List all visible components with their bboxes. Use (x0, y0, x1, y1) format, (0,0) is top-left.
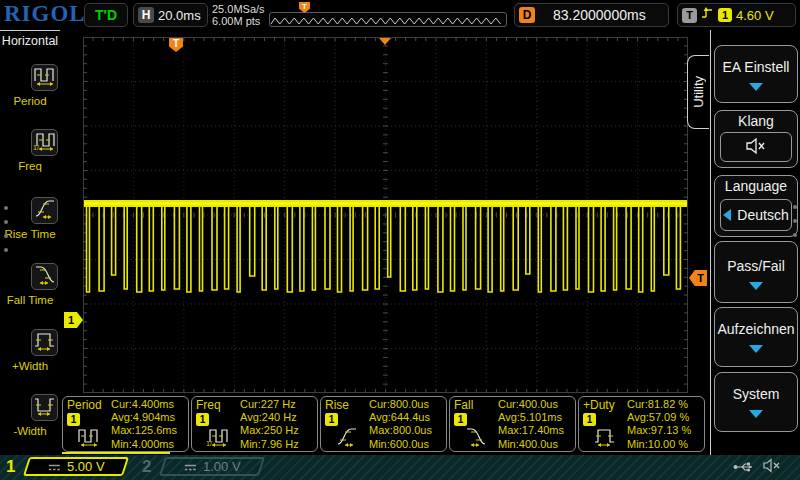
measurement-row-cur: Cur:4.400ms (111, 398, 177, 411)
measurement-stat-value: 400.0us (519, 398, 558, 410)
softkey-inner-button[interactable] (720, 132, 792, 162)
rigol-logo: RIGOL (4, 1, 86, 27)
measurement-stat-value: 227 Hz (261, 398, 296, 410)
measurement-scrollbar[interactable] (62, 452, 170, 454)
measurement-stat-label: Min: (498, 438, 519, 450)
scroll-dot (4, 248, 8, 252)
measurement-row-min: Min:10.00 % (627, 438, 691, 451)
memory-depth: 6.00M pts (212, 15, 265, 27)
measurement-stat-value: 5.101ms (520, 411, 562, 423)
svg-text:1/: 1/ (33, 144, 39, 151)
plus-width-icon (33, 329, 57, 357)
measurement-panel-duty[interactable]: +Duty1Cur:81.82 %Avg:57.09 %Max:97.13 %M… (578, 396, 705, 452)
measurement-stat-label: Min: (369, 438, 390, 450)
softkey-pass-fail[interactable]: Pass/Fail (714, 241, 798, 303)
left-menu-item-freq[interactable]: 1/ (31, 129, 58, 156)
acquisition-readout: 25.0MSa/s 6.00M pts (212, 3, 265, 27)
measurement-stat-label: Avg: (111, 411, 133, 423)
measurement-stat-label: Min: (240, 438, 261, 450)
measurement-stat-value: 4.904ms (133, 411, 175, 423)
channel1-ground-marker[interactable]: 1 (64, 312, 83, 328)
channel-scale-value: 1.00 V (203, 459, 241, 474)
measurement-name: Period (67, 398, 102, 412)
measurement-panel-freq[interactable]: Freq11/Cur:227 HzAvg:240 HzMax:250 HzMin… (191, 396, 318, 452)
utility-menu-tab[interactable]: Utility (687, 55, 709, 129)
freq-icon: 1/ (206, 435, 230, 452)
measurement-row-avg: Avg:240 Hz (240, 411, 299, 424)
softkey-klang[interactable]: Klang (714, 110, 798, 168)
measurement-name: Rise (325, 398, 349, 412)
left-menu-scroll-dots (4, 206, 8, 262)
measurement-stat-value: 644.4us (391, 411, 430, 423)
speaker-muted-icon (763, 458, 782, 477)
measurement-stat-value: 800.0us (390, 398, 429, 410)
measurement-stat-label: Min: (627, 438, 648, 450)
top-status-bar: RIGOL T'D H 20.0ms 25.0MSa/s 6.00M pts T… (0, 0, 800, 30)
rising-edge-icon (701, 6, 714, 24)
usb-icon (733, 459, 755, 477)
measurement-stat-value: 125.6ms (135, 424, 177, 436)
period-icon (33, 64, 57, 92)
measurement-stat-label: Min: (111, 438, 132, 450)
softkey-label: Aufzeichnen (715, 321, 797, 337)
measurement-name: Fall (454, 398, 473, 412)
measurement-stat-value: 17.40ms (522, 424, 564, 436)
left-menu-item-rise-time[interactable] (31, 197, 58, 224)
channel1-number[interactable]: 1 (6, 455, 15, 479)
page-dot (793, 205, 797, 209)
trigger-status-text: T'D (95, 7, 117, 23)
channel2-indicator[interactable]: 1.00 V (159, 457, 265, 476)
measurement-row-max: Max:800.0us (369, 424, 432, 437)
measurement-panel-rise[interactable]: Rise1Cur:800.0usAvg:644.4usMax:800.0usMi… (320, 396, 447, 452)
left-menu-item-label: Fall Time (0, 294, 60, 306)
softkey-aufzeichnen[interactable]: Aufzeichnen (714, 307, 798, 367)
measurement-row-min: Min:4.000ms (111, 438, 177, 451)
measurement-stat-label: Max: (369, 424, 393, 436)
waveform-preview-bar[interactable] (269, 12, 507, 27)
left-menu-item-width[interactable] (31, 394, 58, 421)
measurement-panel-fall[interactable]: Fall1Cur:400.0usAvg:5.101msMax:17.40msMi… (449, 396, 576, 452)
softkey-label: Language (715, 178, 797, 194)
measurement-stat-label: Avg: (627, 411, 649, 423)
softkey-label: System (715, 386, 797, 402)
measurement-stat-label: Avg: (369, 411, 391, 423)
measurement-row-cur: Cur:400.0us (498, 398, 564, 411)
softkey-system[interactable]: System (714, 372, 798, 432)
dc-coupling-icon (48, 458, 61, 476)
minus-width-icon (33, 394, 57, 422)
speaker-muted-icon (745, 137, 767, 158)
channel-status-bar: 15.00 V21.00 V (0, 455, 800, 480)
measurement-stat-label: Cur: (627, 398, 648, 410)
left-menu-item-period[interactable] (31, 64, 58, 91)
channel2-number[interactable]: 2 (142, 455, 151, 479)
softkey-ea-einstell[interactable]: EA Einstell (714, 45, 798, 103)
oscilloscope-screen: RIGOL T'D H 20.0ms 25.0MSa/s 6.00M pts T… (0, 0, 800, 480)
measurement-row-min: Min:600.0us (369, 438, 432, 451)
scroll-dot (4, 206, 8, 210)
measurement-panel-period[interactable]: Period1Cur:4.400msAvg:4.904msMax:125.6ms… (62, 396, 189, 452)
softkey-label: Klang (715, 113, 797, 129)
measurement-stat-value: 600.0us (390, 438, 429, 450)
softkey-inner-button[interactable]: Deutsch (720, 199, 792, 231)
channel1-indicator[interactable]: 5.00 V (23, 457, 129, 476)
softkey-value: Deutsch (737, 207, 788, 223)
timebase-value: 20.0ms (158, 8, 201, 23)
measurement-row-cur: Cur:800.0us (369, 398, 432, 411)
measurement-stat-value: 250 Hz (264, 424, 299, 436)
softkey-language[interactable]: LanguageDeutsch (714, 175, 798, 237)
measurement-stat-value: 400.0us (519, 438, 558, 450)
trigger-level-marker[interactable]: T (689, 270, 707, 286)
measurement-stat-value: 81.82 % (648, 398, 688, 410)
utility-tab-label: Utility (691, 76, 706, 108)
measurement-stat-value: 57.09 % (649, 411, 689, 423)
measurement-stat-label: Cur: (369, 398, 390, 410)
left-menu-item-width[interactable] (31, 329, 58, 356)
left-menu-item-fall-time[interactable] (31, 263, 58, 290)
softkey-label: EA Einstell (715, 59, 797, 75)
page-dot (793, 233, 797, 237)
measurement-name: +Duty (583, 398, 615, 412)
measurement-values: Cur:81.82 %Avg:57.09 %Max:97.13 %Min:10.… (627, 398, 691, 451)
measurement-row-min: Min:400.0us (498, 438, 564, 451)
measurement-row-cur: Cur:81.82 % (627, 398, 691, 411)
right-menu-page-dots (793, 205, 797, 247)
